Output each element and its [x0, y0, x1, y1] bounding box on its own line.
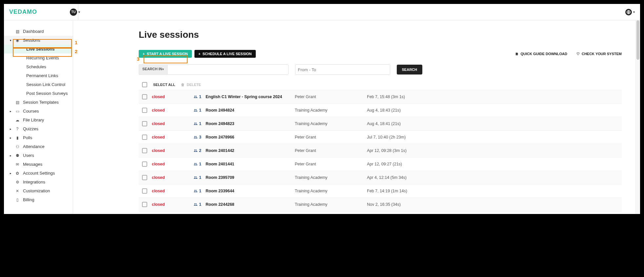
row-checkbox[interactable] [142, 161, 147, 167]
session-host: Training Academy [295, 189, 367, 193]
plus-icon: + [198, 52, 200, 56]
row-checkbox[interactable] [142, 188, 147, 194]
session-status: closed [147, 162, 193, 166]
session-row[interactable]: closed2Room 2401442Peter GrantApr 12, 09… [139, 144, 622, 158]
chart-icon: ▮ [15, 136, 20, 140]
sidebar-item-polls[interactable]: ▸▮Polls [4, 133, 73, 142]
scrollbar-thumb[interactable] [636, 20, 639, 60]
language-menu[interactable]: ▾ [625, 9, 635, 15]
participant-count: 1 [193, 162, 203, 166]
sidebar-item-users[interactable]: ▸⚉Users [4, 151, 73, 160]
brand-logo[interactable]: VEDAMO [9, 9, 37, 15]
sidebar-item-label: Dashboard [23, 29, 44, 34]
sidebar-item-live-sessions[interactable]: Live Sessions [4, 45, 73, 53]
chevron-down-icon: ▾ [78, 10, 80, 14]
user-menu[interactable]: TU ▾ [70, 9, 80, 16]
session-row[interactable]: closed1Room 2401441Peter GrantApr 12, 09… [139, 158, 622, 171]
sidebar-item-sessions[interactable]: ▾◉Sessions [4, 36, 73, 45]
search-button[interactable]: SEARCH [397, 65, 422, 75]
sidebar-item-integrations[interactable]: ⚙Integrations [4, 178, 73, 186]
sidebar-item-dashboard[interactable]: ▧Dashboard [4, 27, 73, 36]
session-host: Training Academy [295, 108, 367, 113]
sidebar-item-label: Polls [23, 135, 32, 140]
sidebar-item-recurring[interactable]: Recurring Events [4, 53, 73, 62]
sidebar-item-label: Live Sessions [26, 47, 55, 52]
sidebar-item-label: Post Session Surveys [26, 91, 68, 96]
session-row[interactable]: closed3Room 2478966Peter GrantJul 7, 10:… [139, 131, 622, 144]
row-checkbox[interactable] [142, 94, 147, 99]
sidebar-item-templates[interactable]: ▤Session Templates [4, 98, 73, 107]
chevron-right-icon: ▸ [10, 154, 12, 157]
row-checkbox[interactable] [142, 108, 147, 113]
session-title: English C1 Winter - Spring course 2024 [203, 95, 295, 99]
sidebar-item-link-control[interactable]: Session Link Control [4, 80, 73, 89]
session-row[interactable]: closed1Room 2395709Training AcademyApr 4… [139, 171, 622, 184]
session-row[interactable]: closed1Room 2494823Training AcademyAug 4… [139, 117, 622, 131]
session-row[interactable]: closed1English C1 Winter - Spring course… [139, 90, 622, 104]
session-title: Room 2494823 [203, 121, 295, 126]
row-checkbox[interactable] [142, 202, 147, 207]
page-title: Live sessions [139, 30, 622, 40]
heart-icon: ♡ [576, 52, 580, 56]
sidebar-item-permanent-links[interactable]: Permanent Links [4, 71, 73, 80]
session-status: closed [147, 95, 193, 99]
sidebar-item-label: Session Link Control [26, 82, 65, 87]
sidebar-item-account[interactable]: ▸✿Account Settings [4, 169, 73, 178]
search-input[interactable] [167, 64, 289, 75]
plus-icon: + [143, 52, 145, 56]
select-all-label[interactable]: SELECT ALL [153, 83, 175, 87]
session-title: Room 2494824 [203, 108, 295, 113]
search-in-dropdown[interactable]: SEARCH IN▾ [139, 64, 167, 75]
session-status: closed [147, 189, 193, 193]
start-live-session-button[interactable]: +START A LIVE SESSION [139, 50, 192, 58]
schedule-live-session-button[interactable]: +SCHEDULE A LIVE SESSION [194, 50, 256, 58]
sidebar-item-label: Integrations [23, 180, 45, 184]
row-checkbox[interactable] [142, 121, 147, 126]
sidebar-item-file-library[interactable]: ☁File Library [4, 116, 73, 124]
session-title: Room 2395709 [203, 175, 295, 180]
session-host: Peter Grant [295, 135, 367, 139]
delete-button[interactable]: 🗑DELETE [181, 83, 201, 87]
participant-count: 1 [193, 121, 203, 126]
chevron-right-icon: ▸ [10, 127, 12, 131]
session-title: Room 2339644 [203, 189, 295, 193]
sidebar-item-courses[interactable]: ▸▭Courses [4, 107, 73, 116]
session-host: Training Academy [295, 202, 367, 207]
session-time: Apr 4, 12:14 (5m 34s) [367, 175, 407, 180]
sidebar-item-billing[interactable]: ▯Billing [4, 195, 73, 204]
button-label: START A LIVE SESSION [147, 52, 188, 56]
session-time: Apr 12, 09:28 (3m 1s) [367, 148, 407, 153]
row-checkbox[interactable] [142, 175, 147, 180]
trash-icon: 🗑 [181, 83, 185, 87]
scrollbar[interactable] [635, 20, 640, 214]
sidebar-item-messages[interactable]: ✉Messages [4, 160, 73, 169]
session-status: closed [147, 202, 193, 207]
row-checkbox[interactable] [142, 135, 147, 140]
participant-count: 1 [193, 189, 203, 193]
sidebar-item-quizzes[interactable]: ▸?Quizzes [4, 124, 73, 133]
participant-count: 1 [193, 175, 203, 180]
sidebar-item-attendance[interactable]: ⚇Attendance [4, 142, 73, 151]
date-range-input[interactable] [295, 64, 390, 75]
session-row[interactable]: closed1Room 2244268Training AcademyNov 2… [139, 198, 622, 211]
plug-icon: ⚙ [15, 180, 20, 184]
session-row[interactable]: closed1Room 2339644Training AcademyFeb 7… [139, 184, 622, 198]
session-host: Peter Grant [295, 148, 367, 153]
session-row[interactable]: closed1Room 2494824Training AcademyAug 4… [139, 104, 622, 117]
quick-guide-link[interactable]: 🗎QUICK GUIDE DOWNLOAD [515, 52, 567, 56]
row-checkbox[interactable] [142, 148, 147, 153]
session-time: Nov 2, 16:35 (34s) [367, 202, 401, 207]
check-system-link[interactable]: ♡CHECK YOUR SYSTEM [576, 52, 622, 56]
sidebar-item-label: Billing [23, 197, 34, 202]
session-time: Jul 7, 10:40 (2h 23m) [367, 135, 406, 139]
sidebar-item-schedules[interactable]: Schedules [4, 62, 73, 71]
sidebar-item-surveys[interactable]: Post Session Surveys [4, 89, 73, 98]
session-title: Room 2401442 [203, 148, 295, 153]
session-time: Aug 4, 18:41 (21s) [367, 121, 401, 126]
billing-icon: ▯ [15, 198, 20, 202]
book-icon: ▭ [15, 109, 20, 114]
sidebar: ▧Dashboard ▾◉Sessions Live Sessions Recu… [4, 20, 73, 214]
dropdown-label: SEARCH IN [142, 67, 162, 71]
sidebar-item-customization[interactable]: ✕Customization [4, 186, 73, 195]
select-all-checkbox[interactable] [142, 82, 147, 87]
